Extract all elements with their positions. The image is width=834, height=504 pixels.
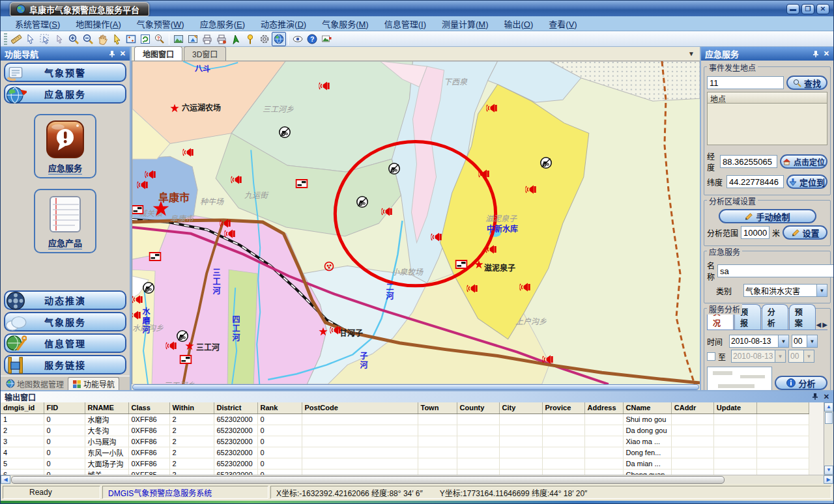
output-vertical-scrollbar[interactable]: ▲▼ xyxy=(824,402,833,475)
column-header-CAddr[interactable]: CAddr xyxy=(671,402,713,413)
tab-scroll-left-icon[interactable]: ◀ xyxy=(816,321,822,328)
column-header-RNAME[interactable]: RNAME xyxy=(85,402,128,413)
table-row[interactable]: 60城关0XFF8526523020000Cheng guan xyxy=(1,469,809,475)
station-flag-icon[interactable] xyxy=(149,252,162,261)
menu-item-地图操作[interactable]: 地图操作(A) xyxy=(68,16,128,31)
to-date-dropdown[interactable]: 2010-08-13▼ xyxy=(731,350,786,363)
time-hour-dropdown[interactable]: 00▼ xyxy=(792,335,818,348)
sidebar-item-应急服务[interactable]: 应急服务 xyxy=(4,84,126,104)
refresh-icon[interactable] xyxy=(138,32,152,46)
tab-3D窗口[interactable]: 3D窗口 xyxy=(184,46,226,61)
alarm-speaker-icon[interactable] xyxy=(486,245,497,255)
table-row[interactable]: 20大冬沟0XFF8626523020000Da dong gou xyxy=(1,425,809,436)
station-flag-icon[interactable] xyxy=(180,355,192,364)
alarm-speaker-icon[interactable] xyxy=(231,175,242,185)
output-horizontal-scrollbar[interactable]: ◀▶ xyxy=(1,475,833,484)
settings-gear-icon[interactable] xyxy=(257,32,272,46)
sidebar-item-信息管理[interactable]: 信息管理 xyxy=(4,333,126,353)
service-name-input[interactable] xyxy=(717,264,833,277)
latitude-input[interactable] xyxy=(726,175,784,188)
alarm-speaker-icon[interactable] xyxy=(467,284,478,294)
column-header-Provice[interactable]: Provice xyxy=(542,402,584,413)
find-button[interactable]: 查找 xyxy=(786,76,827,90)
pointer-icon[interactable] xyxy=(109,32,124,46)
column-header-District[interactable]: District xyxy=(214,402,257,413)
ruler-icon[interactable] xyxy=(9,32,23,46)
location-search-input[interactable] xyxy=(707,76,784,89)
alarm-speaker-icon[interactable] xyxy=(431,232,442,242)
table-row[interactable]: 40东风一小队0XFF8626523020000Dong fen... xyxy=(1,447,809,458)
alarm-speaker-icon[interactable] xyxy=(479,169,490,179)
zoom-in-icon[interactable] xyxy=(66,32,81,46)
tab-地图数据管理[interactable]: 地图数据管理 xyxy=(2,377,68,390)
time-date-dropdown[interactable]: 2010-08-13▼ xyxy=(729,335,789,348)
farm-site-icon[interactable] xyxy=(177,330,189,343)
town-star-icon[interactable] xyxy=(319,327,328,336)
alarm-speaker-icon[interactable] xyxy=(166,341,177,351)
zoom-out-icon[interactable] xyxy=(81,32,95,46)
menu-item-应急服务[interactable]: 应急服务(E) xyxy=(192,16,253,31)
green-pointer-icon[interactable] xyxy=(229,32,243,46)
menu-item-查看[interactable]: 查看(V) xyxy=(541,16,584,31)
close-panel-icon[interactable]: ✕ xyxy=(824,393,829,401)
analyze-button[interactable]: 分析 xyxy=(775,376,827,390)
pick-cursor-icon[interactable] xyxy=(52,32,66,46)
identify-icon[interactable]: ? xyxy=(152,32,167,46)
station-flag-icon[interactable] xyxy=(296,179,308,188)
location-list[interactable] xyxy=(707,104,827,145)
goto-location-button[interactable]: 定位到 xyxy=(786,175,827,189)
close-panel-icon[interactable]: ✕ xyxy=(120,50,126,57)
service-type-dropdown[interactable]: 气象和洪水灾害 ▼ xyxy=(743,284,827,297)
map-horizontal-scrollbar[interactable] xyxy=(132,384,699,390)
export-image-icon[interactable] xyxy=(186,32,200,46)
table-row[interactable]: 10水磨沟0XFF8626523020000Shui mo gou xyxy=(1,413,809,425)
farm-site-icon[interactable] xyxy=(279,126,291,139)
farm-site-icon[interactable] xyxy=(388,163,401,175)
tab-分析[interactable]: 分析 xyxy=(762,304,788,329)
column-header-Rank[interactable]: Rank xyxy=(257,402,302,413)
sidebar-item-气象预警[interactable]: 气象预警 xyxy=(4,63,126,82)
tab-scroll-right-icon[interactable]: ▶ xyxy=(822,321,827,328)
alarm-speaker-icon[interactable] xyxy=(382,207,393,217)
station-flag-icon[interactable] xyxy=(132,205,144,214)
column-header-Class[interactable]: Class xyxy=(128,402,169,413)
picture-export-icon[interactable] xyxy=(319,32,334,46)
town-star-icon[interactable] xyxy=(474,260,483,269)
emergency-service-tool[interactable]: 应急服务 xyxy=(34,114,96,178)
toolbar-grip[interactable] xyxy=(4,33,7,45)
tab-地图窗口[interactable]: 地图窗口 xyxy=(134,46,182,61)
map-tab-dropdown-icon[interactable]: ▼ xyxy=(688,50,695,57)
place-marker-icon[interactable] xyxy=(243,32,257,46)
eye-icon[interactable] xyxy=(291,32,305,46)
column-header-Update[interactable]: Update xyxy=(713,402,756,413)
click-locate-button[interactable]: 点击定位 xyxy=(780,154,827,169)
menu-item-气象预警[interactable]: 气象预警(W) xyxy=(129,16,192,31)
emergency-product-tool[interactable]: 应急产品 xyxy=(34,189,96,253)
alarm-speaker-icon[interactable] xyxy=(487,104,498,113)
help-icon[interactable]: ? xyxy=(305,32,319,46)
sidebar-item-服务链接[interactable]: 服务链接 xyxy=(4,355,126,374)
alarm-speaker-icon[interactable] xyxy=(520,283,531,292)
tab-功能导航[interactable]: 功能导航 xyxy=(68,377,119,390)
select-cursor-icon[interactable] xyxy=(23,32,38,46)
menu-item-测量计算[interactable]: 测量计算(M) xyxy=(434,16,496,31)
alarm-speaker-icon[interactable] xyxy=(319,81,330,91)
globe-active-icon[interactable] xyxy=(272,32,286,46)
pan-hand-icon[interactable] xyxy=(95,32,109,46)
column-header-PostCode[interactable]: PostCode xyxy=(302,402,418,413)
range-input[interactable] xyxy=(741,226,769,239)
alarm-speaker-icon[interactable] xyxy=(145,170,156,180)
column-header-CName[interactable]: CName xyxy=(623,402,671,413)
menu-item-系统管理[interactable]: 系统管理(S) xyxy=(7,16,68,31)
print-setup-icon[interactable] xyxy=(214,32,229,46)
alarm-speaker-icon[interactable] xyxy=(330,326,341,335)
menu-item-动态推演[interactable]: 动态推演(D) xyxy=(253,16,314,31)
map-canvas[interactable]: 八斗六运湖农场三工河乡下西泉九运街阜康市种牛场城关镇阜康市滋泥泉子中新水库滋泥泉… xyxy=(132,61,700,384)
alarm-speaker-icon[interactable] xyxy=(220,219,231,229)
manual-draw-button[interactable]: 手动绘制 xyxy=(719,209,816,223)
column-header-Within[interactable]: Within xyxy=(169,402,214,413)
sidebar-item-动态推演[interactable]: 动态推演 xyxy=(4,290,126,310)
set-range-button[interactable]: 设置 xyxy=(783,225,827,240)
column-header-County[interactable]: County xyxy=(457,402,499,413)
farm-site-icon[interactable] xyxy=(143,282,155,294)
